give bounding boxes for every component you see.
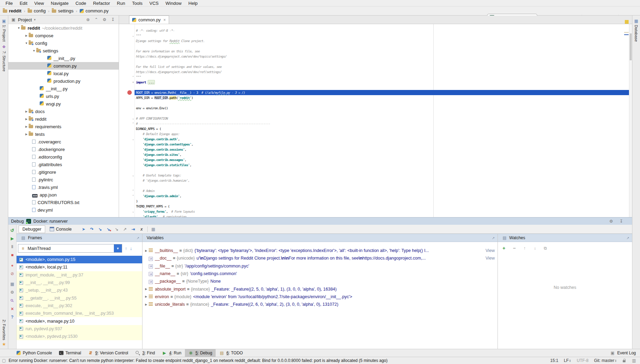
step-into-icon[interactable]: [98, 226, 103, 232]
fold-marker-icon[interactable]: ⌄: [131, 173, 135, 178]
chevron-right-icon[interactable]: ▶: [24, 125, 29, 128]
show-execution-point-icon[interactable]: [81, 226, 86, 232]
variable-row[interactable]: 18__file__={str}'/app/config/settings/co…: [142, 262, 498, 270]
fold-marker-icon[interactable]: ⌄: [131, 116, 135, 121]
fold-marker-icon[interactable]: ⌄: [131, 209, 135, 214]
tree-item[interactable]: ▶requirements: [8, 123, 119, 130]
rerun-icon[interactable]: [9, 226, 16, 234]
chevron-down-icon[interactable]: ▼: [32, 49, 36, 52]
tree-item[interactable]: ▶docs: [8, 108, 119, 115]
menu-code[interactable]: Code: [72, 1, 90, 6]
breadcrumb-item[interactable]: settings: [52, 8, 73, 13]
mute-breakpoints-icon[interactable]: [9, 270, 16, 278]
tree-item[interactable]: .pylintrc: [8, 176, 119, 183]
lock-icon[interactable]: [622, 359, 626, 362]
pin-icon[interactable]: [9, 296, 16, 305]
collapse-all-icon[interactable]: [94, 17, 99, 22]
settings-icon[interactable]: [609, 219, 614, 224]
variable-row[interactable]: ▶environ={module}<module 'environ' from …: [142, 293, 498, 301]
tool-button-favorites[interactable]: 2: Favorites★: [0, 320, 8, 347]
tab-close-icon[interactable]: ×: [164, 18, 166, 22]
thread-dropdown-icon[interactable]: ▼: [114, 244, 122, 252]
target-icon[interactable]: [86, 17, 90, 22]
down-icon[interactable]: [532, 246, 538, 251]
hide-icon[interactable]: [619, 219, 624, 224]
breadcrumb-item[interactable]: reddit: [3, 8, 21, 13]
fold-marker-icon[interactable]: ⌃: [131, 193, 135, 199]
inspections-icon[interactable]: [631, 358, 637, 363]
fold-marker-icon[interactable]: ⌃: [131, 188, 135, 193]
tree-item[interactable]: local.py: [8, 70, 119, 77]
frame-up-icon[interactable]: ↑: [125, 246, 127, 251]
tree-item[interactable]: .editorconfig: [8, 153, 119, 161]
menu-tools[interactable]: Tools: [129, 1, 146, 6]
pause-icon[interactable]: [9, 243, 16, 251]
breadcrumb-item[interactable]: common.py: [80, 8, 109, 13]
chevron-down-icon[interactable]: ▼: [17, 27, 21, 30]
stop-icon[interactable]: [9, 251, 16, 259]
variable-row[interactable]: 18__name__={str}'config.settings.common': [142, 270, 498, 277]
chevron-down-icon[interactable]: ▼: [24, 42, 29, 45]
tool-window-button-todo[interactable]: 6: TODO: [216, 349, 246, 357]
tool-window-button-version-control[interactable]: 9: Version Control: [85, 349, 131, 357]
tree-item[interactable]: JSONapp.json: [8, 191, 119, 199]
tree-item[interactable]: dev.yml: [8, 206, 119, 214]
tool-button-1-project[interactable]: ▣1: Project: [0, 18, 8, 42]
float-panel-icon[interactable]: ↗: [137, 236, 139, 240]
tree-item[interactable]: .gitignore: [8, 168, 119, 176]
tree-item[interactable]: __init__.py: [8, 54, 119, 62]
frame-row[interactable]: <module>, pydevd.py:1530: [17, 333, 142, 340]
view-link[interactable]: View: [485, 248, 498, 253]
menu-help[interactable]: Help: [185, 1, 201, 6]
toggle-stripes-icon[interactable]: [1, 358, 7, 363]
remove-icon[interactable]: [512, 246, 517, 251]
tree-item[interactable]: ▼settings: [8, 47, 119, 54]
thread-selector[interactable]: MainThread ▼: [18, 244, 122, 253]
tab-common-py[interactable]: common.py ×: [129, 16, 169, 24]
error-stripe-mark[interactable]: [624, 34, 629, 35]
menu-view[interactable]: View: [31, 1, 47, 6]
frame-row[interactable]: _setup, __init__.py:43: [17, 286, 142, 294]
tree-item[interactable]: ▶reddit: [8, 115, 119, 123]
chevron-right-icon[interactable]: ▶: [144, 249, 148, 252]
variable-row[interactable]: ▶unicode_literals={instance}_Feature: _F…: [142, 301, 498, 308]
breakpoint-icon[interactable]: [127, 90, 132, 95]
fold-marker-icon[interactable]: +: [131, 80, 135, 85]
variable-row[interactable]: ▶absolute_import={instance}_Feature: _Fe…: [142, 285, 498, 293]
float-panel-icon[interactable]: ↗: [627, 236, 629, 240]
step-out-icon[interactable]: [122, 226, 128, 232]
help-icon[interactable]: [9, 313, 16, 321]
tree-item[interactable]: common.py: [8, 62, 119, 70]
tree-item[interactable]: ▼reddit~/cookiecutter/reddit: [8, 24, 119, 32]
chevron-right-icon[interactable]: ▶: [24, 34, 29, 37]
chevron-right-icon[interactable]: ▶: [24, 118, 29, 121]
encoding-selector[interactable]: UTF-8: [577, 358, 589, 363]
view-breakpoints-icon[interactable]: [9, 261, 16, 270]
project-view-dropdown[interactable]: ▾: [34, 18, 36, 21]
chevron-right-icon[interactable]: ▶: [144, 303, 148, 306]
settings-icon[interactable]: [102, 17, 107, 22]
frame-row[interactable]: <module>, common.py:15: [17, 256, 142, 263]
variable-row[interactable]: ▶__builtins__={dict}{'bytearray': <type …: [142, 247, 498, 254]
restore-layout-icon[interactable]: [9, 280, 16, 288]
add-icon[interactable]: [501, 246, 506, 251]
float-panel-icon[interactable]: ↗: [492, 236, 495, 240]
fold-marker-icon[interactable]: ⌃: [131, 121, 135, 126]
settings-icon[interactable]: [9, 288, 16, 296]
menu-window[interactable]: Window: [162, 1, 185, 6]
menu-vcs[interactable]: VCS: [146, 1, 162, 6]
frame-row[interactable]: execute, __init__.py:302: [17, 302, 142, 310]
tree-item[interactable]: production.py: [8, 77, 119, 85]
tab-debugger[interactable]: Debugger: [19, 225, 45, 233]
tree-item[interactable]: __init__.py: [8, 85, 119, 92]
error-stripe-mark[interactable]: [625, 20, 629, 24]
tree-item[interactable]: wsgi.py: [8, 100, 119, 108]
frame-row[interactable]: <module>, local.py:11: [17, 263, 142, 271]
variable-row[interactable]: 18__doc__={unicode}u'\nDjango settings f…: [142, 254, 498, 262]
tree-item[interactable]: .travis.yml: [8, 183, 119, 191]
close-icon[interactable]: [9, 305, 16, 313]
tool-button-7-structure[interactable]: ❖7: Structure: [0, 44, 8, 71]
tree-item[interactable]: .dockerignore: [8, 145, 119, 153]
tab-console[interactable]: Console: [46, 225, 76, 233]
scrollbar-thumb[interactable]: [630, 33, 632, 60]
